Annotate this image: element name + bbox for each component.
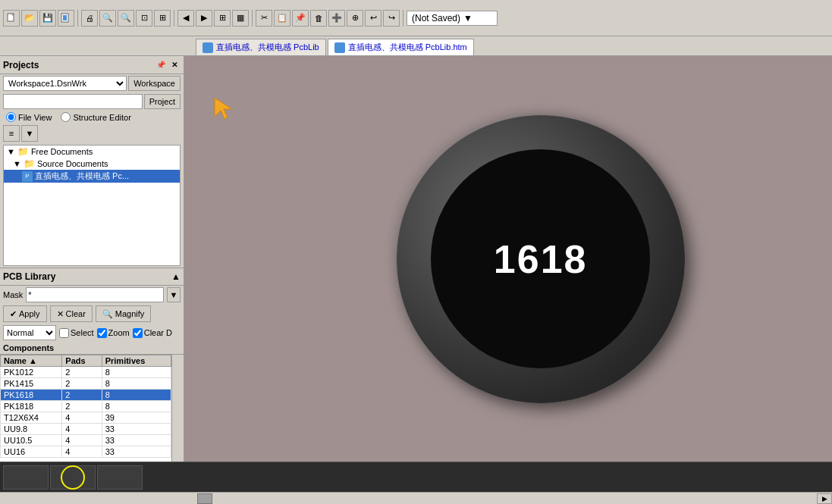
cell-primitives: 33 <box>102 446 171 458</box>
nav-tools: ◀ ▶ ⊞ ▦ <box>177 10 253 27</box>
col-primitives[interactable]: Primitives <box>102 355 171 367</box>
svg-rect-3 <box>63 15 67 20</box>
clear-d-checkbox-label[interactable]: Clear D <box>133 328 172 338</box>
cell-name: UU10.5 <box>1 435 62 446</box>
new-btn[interactable] <box>3 10 20 27</box>
workspace-dropdown[interactable]: Workspace1.DsnWrk <box>3 76 127 91</box>
col-pads[interactable]: Pads <box>62 355 102 367</box>
save-btn[interactable]: 💾 <box>39 10 56 27</box>
cell-pads: 2 <box>62 367 102 378</box>
table-row[interactable]: UU9.8433 <box>1 424 171 435</box>
expand-icon2: ▼ <box>13 159 21 168</box>
tab-pcblib-htm-label: 直插电感、共模电感 PcbLib.htm <box>348 42 467 53</box>
project-tree[interactable]: ▼ 📁 Free Documents ▼ 📁 Source Documents … <box>3 145 181 266</box>
copy-btn[interactable]: 📋 <box>274 10 290 27</box>
back-btn[interactable]: ◀ <box>177 10 194 27</box>
mask-input[interactable] <box>26 287 164 302</box>
close-panel-icon[interactable]: ✕ <box>168 59 181 71</box>
pcblib-arrow-icon: ▲ <box>171 271 181 282</box>
mask-dropdown-arrow[interactable]: ▼ <box>167 287 181 302</box>
not-saved-text: (Not Saved) <box>412 13 460 23</box>
zoom-fit-btn[interactable]: ⊡ <box>136 10 152 27</box>
select-checkbox-label[interactable]: Select <box>59 328 94 338</box>
save-all-btn[interactable] <box>58 10 74 27</box>
project-button[interactable]: Project <box>144 94 181 109</box>
place-btn[interactable]: ⊕ <box>347 10 363 27</box>
normal-select[interactable]: Normal <box>3 325 56 340</box>
table-row[interactable]: UU16433 <box>1 446 171 458</box>
undo-btn[interactable]: ↩ <box>365 10 381 27</box>
cell-pads: 2 <box>62 401 102 412</box>
grid-btn[interactable]: ⊞ <box>214 10 231 27</box>
dropdown-arrow: ▼ <box>463 13 473 23</box>
svg-marker-4 <box>215 98 232 119</box>
structure-editor-radio-label[interactable]: Structure Editor <box>61 112 130 122</box>
table-row[interactable]: PK161828 <box>1 390 171 401</box>
table-row[interactable]: T12X6X4439 <box>1 412 171 424</box>
hscroll-thumb[interactable] <box>197 493 212 504</box>
add-btn[interactable]: ➕ <box>328 10 345 27</box>
components-table-wrap[interactable]: Name ▲ Pads Primitives PK101228PK141528P… <box>0 355 184 462</box>
components-header: Components <box>0 342 184 355</box>
component-3d: 1618 <box>397 115 685 403</box>
cell-name: T12X6X4 <box>1 412 62 424</box>
zoom-in-btn[interactable]: 🔍 <box>99 10 116 27</box>
tree-item-free-docs[interactable]: ▼ 📁 Free Documents <box>4 146 180 158</box>
table-row[interactable]: PK181828 <box>1 401 171 412</box>
bottom-btn-3[interactable] <box>97 465 143 490</box>
zoom-full-btn[interactable]: ⊞ <box>154 10 171 27</box>
tree-item-pcblib-file[interactable]: P 直插电感、共模电感 Pc... <box>4 170 180 183</box>
print-btn[interactable]: 🖨 <box>81 10 98 27</box>
cell-primitives: 39 <box>102 412 171 424</box>
tree-item-source-docs[interactable]: ▼ 📁 Source Documents <box>4 158 180 170</box>
apply-button[interactable]: ✔ Apply <box>3 305 47 322</box>
structure-editor-radio[interactable] <box>61 112 71 122</box>
delete-btn[interactable]: 🗑 <box>310 10 327 27</box>
table-scrollbar[interactable] <box>171 355 184 462</box>
apply-label: Apply <box>19 309 40 318</box>
cut-btn[interactable]: ✂ <box>256 10 272 27</box>
workspace-button[interactable]: Workspace <box>128 76 181 91</box>
cell-primitives: 33 <box>102 424 171 435</box>
paste-btn[interactable]: 📌 <box>292 10 309 27</box>
pcblib-header[interactable]: PCB Library ▲ <box>0 268 184 286</box>
file-view-radio-label[interactable]: File View <box>6 112 52 122</box>
canvas-area[interactable]: 1618 <box>184 56 832 462</box>
cell-name: PK1012 <box>1 367 62 378</box>
table-row[interactable]: UU10.5433 <box>1 435 171 446</box>
grid2-btn[interactable]: ▦ <box>232 10 249 27</box>
bottom-btn-2[interactable] <box>50 465 96 490</box>
magnify-button[interactable]: 🔍 Magnify <box>96 305 152 322</box>
collapse-all-btn[interactable]: ≡ <box>3 125 20 142</box>
select-checkbox[interactable] <box>59 328 69 338</box>
table-row[interactable]: PK141528 <box>1 378 171 390</box>
zoom-checkbox[interactable] <box>97 328 107 338</box>
col-name[interactable]: Name ▲ <box>1 355 62 367</box>
projects-header-icons: 📌 ✕ <box>155 59 181 71</box>
forward-btn[interactable]: ▶ <box>196 10 212 27</box>
action-tools: ✂ 📋 📌 🗑 ➕ ⊕ ↩ ↪ <box>256 10 403 27</box>
cell-pads: 4 <box>62 446 102 458</box>
file-view-label: File View <box>18 113 52 122</box>
clear-button[interactable]: ✕ Clear <box>50 305 93 322</box>
zoom-checkbox-label[interactable]: Zoom <box>97 328 130 338</box>
redo-btn[interactable]: ↪ <box>383 10 400 27</box>
table-row[interactable]: PK101228 <box>1 367 171 378</box>
file-view-radio[interactable] <box>6 112 16 122</box>
hscroll-right-btn[interactable]: ▶ <box>817 493 832 504</box>
zoom-out-btn[interactable]: 🔍 <box>118 10 134 27</box>
tab-pcblib[interactable]: 直插电感、共模电感 PcbLib <box>196 39 326 55</box>
cursor-decoration <box>211 94 241 121</box>
open-btn[interactable]: 📂 <box>21 10 38 27</box>
pin-icon[interactable]: 📌 <box>155 59 167 71</box>
bottom-btn-1[interactable] <box>3 465 49 490</box>
cell-pads: 2 <box>62 390 102 401</box>
filter-btn[interactable]: ▼ <box>21 125 38 142</box>
hscroll-bar[interactable]: ▶ <box>0 492 832 504</box>
mask-label: Mask <box>3 290 23 299</box>
search-input[interactable] <box>3 94 143 109</box>
not-saved-dropdown[interactable]: (Not Saved) ▼ <box>407 11 498 26</box>
clear-d-checkbox[interactable] <box>133 328 143 338</box>
folder-icon: 📁 <box>17 146 29 157</box>
tab-pcblib-htm[interactable]: 直插电感、共模电感 PcbLib.htm <box>328 39 474 55</box>
